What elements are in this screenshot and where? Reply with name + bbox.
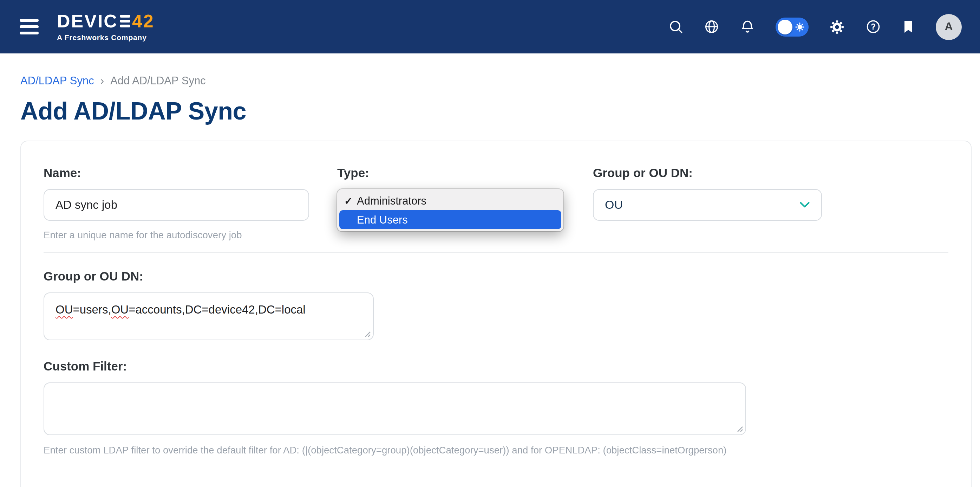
chevron-down-icon [799,202,810,208]
help-icon[interactable]: ? [865,19,881,34]
dropdown-option-end-users[interactable]: End Users [339,210,561,229]
resize-grip-icon[interactable] [735,425,743,433]
form-row-1: Name: Enter a unique name for the autodi… [43,165,948,241]
group-ou-select[interactable]: OU [593,189,822,221]
logo-e-glyph [120,15,130,27]
dn-text-part: OU [111,303,129,316]
logo[interactable]: DEVIC 42 A Freshworks Company [57,12,154,41]
custom-filter-helper-text: Enter custom LDAP filter to override the… [43,445,948,456]
type-field-group: Type: ✓ Administrators End Users [337,165,593,231]
custom-filter-field-group: Custom Filter: Enter custom LDAP filter … [43,359,948,456]
group-dn-textarea[interactable]: OU=users,OU=accounts,DC=device42,DC=loca… [43,292,374,340]
notifications-icon[interactable] [740,19,755,34]
svg-text:?: ? [871,22,876,31]
breadcrumb: AD/LDAP Sync › Add AD/LDAP Sync [21,75,980,87]
breadcrumb-current: Add AD/LDAP Sync [110,75,206,87]
section-divider [43,252,948,253]
theme-toggle[interactable] [776,17,808,36]
top-navbar: DEVIC 42 A Freshworks Company [0,0,980,53]
name-helper-text: Enter a unique name for the autodiscover… [43,229,309,241]
logo-wordmark: DEVIC 42 [57,12,154,30]
settings-gear-icon[interactable] [829,19,845,35]
breadcrumb-separator: › [100,75,104,87]
search-icon[interactable] [668,19,684,34]
dn-text-part: OU [56,303,73,316]
logo-text-white: DEVIC [57,12,118,30]
main-content: AD/LDAP Sync › Add AD/LDAP Sync Add AD/L… [0,75,980,487]
dropdown-option-label: End Users [357,213,408,226]
bookmark-icon[interactable] [901,19,915,34]
avatar-initial: A [945,21,953,33]
group-dn-field-group: Group or OU DN: OU=users,OU=accounts,DC=… [43,268,948,340]
dropdown-option-administrators[interactable]: ✓ Administrators [339,191,561,210]
toggle-knob [778,19,792,34]
sun-icon [795,22,804,31]
group-ou-select-group: Group or OU DN: OU [593,165,822,221]
page: DEVIC 42 A Freshworks Company [0,0,980,490]
breadcrumb-link[interactable]: AD/LDAP Sync [21,75,94,87]
dn-text-part: =users, [73,303,111,316]
name-input[interactable] [43,189,309,221]
group-dn-label: Group or OU DN: [43,268,948,284]
checkmark-icon: ✓ [344,195,357,206]
form-card: Name: Enter a unique name for the autodi… [21,140,972,487]
logo-text-orange: 42 [132,12,154,30]
menu-icon[interactable] [18,16,40,37]
custom-filter-label: Custom Filter: [43,359,948,374]
page-title: Add AD/LDAP Sync [21,97,980,125]
group-ou-select-label: Group or OU DN: [593,165,822,181]
name-label: Name: [43,165,309,181]
type-label: Type: [337,165,593,181]
dropdown-option-label: Administrators [357,195,426,207]
custom-filter-textarea[interactable] [43,382,746,435]
navbar-icons: ? A [668,14,962,40]
dn-text-part: =accounts,DC=device42,DC=local [129,303,305,316]
resize-grip-icon[interactable] [363,330,371,337]
type-dropdown-menu: ✓ Administrators End Users [337,189,563,231]
globe-icon[interactable] [704,19,719,34]
name-field-group: Name: Enter a unique name for the autodi… [43,165,309,241]
group-ou-select-value: OU [605,198,623,212]
avatar[interactable]: A [936,14,962,40]
logo-tagline: A Freshworks Company [57,33,154,41]
